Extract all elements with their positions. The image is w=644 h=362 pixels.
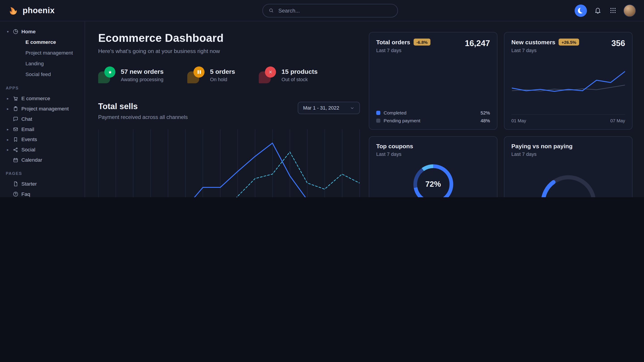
navbar-actions: [575, 4, 636, 16]
sidebar-item-e-commerce[interactable]: ▸E commerce: [0, 93, 84, 103]
pie-icon: [13, 29, 18, 34]
bookmark-icon: [13, 136, 18, 142]
trend-badge: +26.5%: [559, 39, 579, 46]
card-value: 16,247: [465, 39, 490, 48]
legend-value: 52%: [480, 110, 490, 115]
donut-center-label: 72%: [412, 163, 454, 197]
date-range-select[interactable]: Mar 1 - 31, 2022: [298, 102, 360, 114]
x-icon: [268, 70, 273, 74]
global-search[interactable]: [262, 4, 398, 17]
legend-swatch: [376, 111, 380, 115]
card-title: Total orders: [376, 39, 410, 45]
legend-value: 48%: [480, 118, 490, 123]
dashboard-cards: Total orders -6.8% Last 7 days 16,247 Co…: [369, 32, 632, 197]
user-avatar[interactable]: [624, 4, 636, 16]
x-axis-labels: 01 May 07 May: [511, 114, 625, 123]
caret-right-icon: ▸: [6, 106, 10, 110]
notifications-button[interactable]: [593, 6, 602, 15]
stat-value: 15 products: [282, 68, 318, 75]
card-title: Top coupons: [376, 143, 413, 149]
card-value: 356: [611, 39, 625, 48]
caret-down-icon: ▾: [6, 29, 10, 33]
mail-icon: [13, 126, 18, 132]
chevron-down-icon: [350, 106, 354, 110]
sidebar-item-chat[interactable]: ▸Chat: [0, 114, 84, 124]
pause-icon: [198, 70, 201, 74]
card-title: Paying vs non paying: [511, 143, 572, 149]
top-coupons-chart: 72%: [376, 157, 490, 197]
card-period: Last 7 days: [376, 151, 413, 157]
search-input[interactable]: [278, 7, 392, 14]
section-subtitle: Payment received across all channels: [98, 114, 188, 120]
brand-name: phoenix: [22, 6, 54, 15]
legend-label: Completed: [384, 110, 406, 115]
section-label: APPS: [0, 80, 84, 93]
sidebar-item-label: Faq: [21, 191, 30, 197]
sidebar-item-social[interactable]: ▸Social: [0, 144, 84, 155]
x-label: 07 May: [610, 118, 625, 123]
calendar-icon: [13, 157, 18, 163]
sidebar-item-e-commerce[interactable]: E commerce: [0, 37, 84, 48]
sidebar-item-label: Chat: [21, 116, 32, 122]
sidebar-item-label: Home: [21, 29, 36, 34]
sidebar-item-faq[interactable]: ▸Faq: [0, 189, 84, 197]
sidebar-item-label: Calendar: [21, 157, 42, 163]
moon-icon: [577, 7, 584, 14]
search-icon: [268, 7, 274, 13]
paying-vs-nonpaying-card: Paying vs non paying Last 7 days Paying …: [504, 136, 632, 197]
total-sells-chart: 01 May 15 May 30 May: [98, 129, 360, 197]
sidebar-item-email[interactable]: ▸Email: [0, 124, 84, 134]
sidebar-item-label: Project management: [21, 106, 69, 112]
brand[interactable]: phoenix: [8, 5, 55, 16]
sidebar-item-label: Starter: [21, 181, 37, 187]
total-orders-chart: [376, 53, 490, 110]
stat-desc: Awating processing: [121, 76, 164, 82]
dashboard-left-column: Ecommerce Dashboard Here's what's going …: [98, 32, 360, 197]
legend-label: Pending payment: [384, 118, 420, 123]
new-customers-chart: [511, 53, 625, 114]
sidebar-item-label: E commerce: [21, 95, 50, 101]
quick-stats: 57 new orders Awating processing 5 order…: [98, 66, 360, 84]
stat-orders-on-hold: 5 orders On hold: [187, 66, 235, 84]
help-icon: [13, 191, 18, 197]
total-orders-card: Total orders -6.8% Last 7 days 16,247 Co…: [369, 32, 498, 130]
cart-icon: [13, 95, 18, 101]
caret-right-icon: ▸: [6, 148, 10, 152]
total-orders-legend: Completed52%Pending payment48%: [376, 110, 490, 123]
section-title: Total sells: [98, 102, 188, 111]
caret-right-icon: ▸: [6, 137, 10, 141]
sidebar-item-label: Events: [21, 136, 37, 142]
section-label: PAGES: [0, 165, 84, 179]
legend-item: Pending payment48%: [376, 118, 490, 123]
sidebar-item-calendar[interactable]: ▸Calendar: [0, 155, 84, 165]
legend-item: Completed52%: [376, 110, 490, 115]
phoenix-logo-icon: [8, 5, 19, 16]
apps-grid-button[interactable]: [608, 6, 617, 15]
sidebar-item-home[interactable]: ▾ Home: [0, 26, 84, 37]
card-period: Last 7 days: [376, 48, 430, 53]
card-period: Last 7 days: [511, 151, 572, 157]
main-content: Ecommerce Dashboard Here's what's going …: [85, 21, 644, 197]
sidebar-section-pages: PAGES▸Starter▸Faq▸Pricing▸Notifications▸…: [0, 165, 84, 197]
sidebar-item-events[interactable]: ▸Events: [0, 134, 84, 144]
sidebar-item-starter[interactable]: ▸Starter: [0, 178, 84, 189]
card-title: New customers: [511, 39, 556, 45]
stat-value: 5 orders: [210, 68, 235, 75]
sidebar: ▾ Home E commerceProject managementLandi…: [0, 21, 85, 197]
date-range-value: Mar 1 - 31, 2022: [303, 105, 339, 111]
page-subtitle: Here's what's going on at your business …: [98, 48, 360, 54]
stat-out-of-stock: 15 products Out of stock: [259, 66, 318, 84]
top-coupons-card: Top coupons Last 7 days 72% Percentage d…: [369, 136, 498, 197]
sidebar-item-label: Email: [21, 126, 34, 132]
app: phoenix ▾ Home E commerceProject managem…: [0, 0, 644, 197]
caret-right-icon: ▸: [6, 127, 10, 131]
new-orders-icon: [98, 66, 116, 84]
sidebar-item-project-management[interactable]: Project management: [0, 48, 84, 58]
theme-toggle-button[interactable]: [575, 4, 587, 16]
sidebar-item-social-feed[interactable]: Social feed: [0, 69, 84, 80]
sidebar-item-project-management[interactable]: ▸Project management: [0, 103, 84, 114]
clipboard-icon: [13, 106, 18, 112]
sidebar-item-landing[interactable]: Landing: [0, 58, 84, 69]
sidebar-home-children: E commerceProject managementLandingSocia…: [0, 37, 84, 80]
file-icon: [13, 181, 18, 187]
